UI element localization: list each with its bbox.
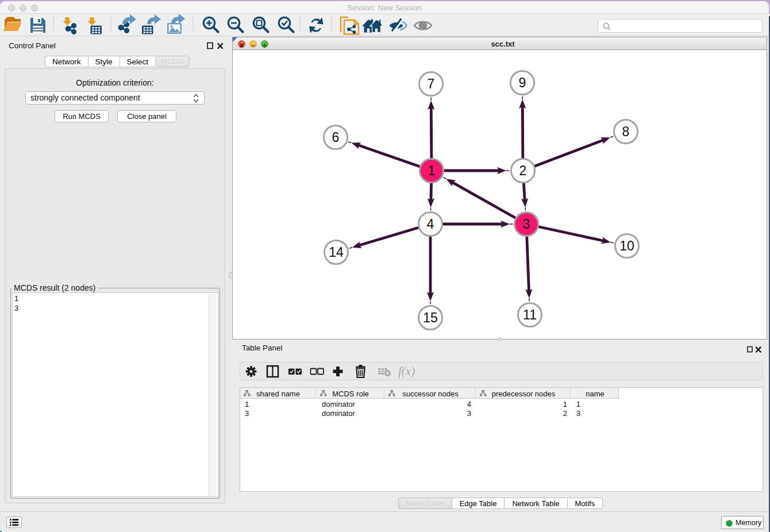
- svg-text:14: 14: [329, 245, 344, 260]
- svg-text:11: 11: [523, 307, 537, 322]
- svg-text:10: 10: [619, 238, 634, 253]
- svg-text:7: 7: [428, 76, 435, 91]
- svg-text:1: 1: [428, 163, 436, 178]
- svg-text:3: 3: [523, 217, 530, 232]
- svg-text:2: 2: [519, 163, 527, 178]
- svg-text:9: 9: [519, 75, 526, 90]
- svg-text:8: 8: [622, 124, 630, 139]
- svg-text:15: 15: [423, 310, 438, 325]
- svg-text:6: 6: [332, 130, 340, 145]
- svg-text:4: 4: [427, 217, 434, 232]
- svg-text:f(x): f(x): [398, 364, 415, 378]
